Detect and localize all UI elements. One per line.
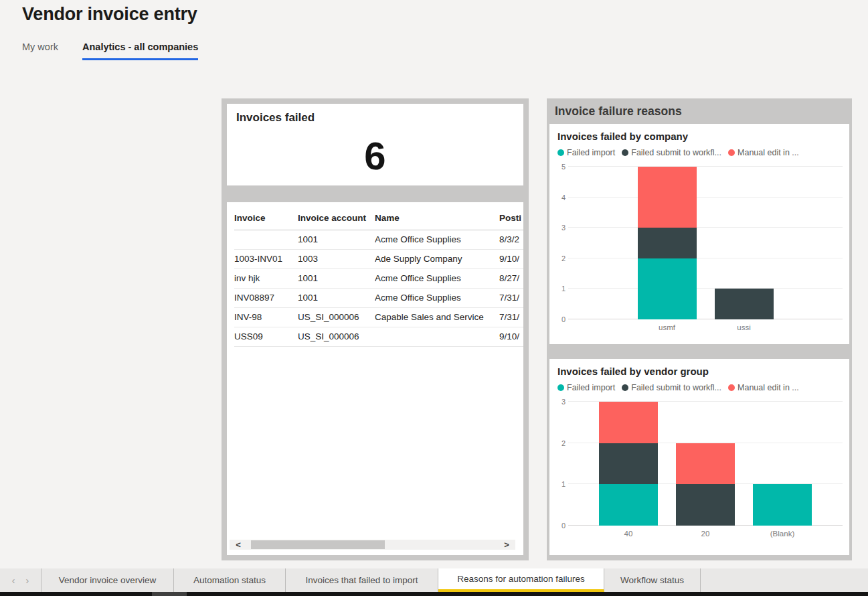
bottom-tab-label: Automation status [193, 575, 266, 585]
y-axis-tick-label: 0 [561, 315, 566, 323]
table-cell: 1003-INV01 [234, 249, 298, 268]
tab-analytics-all-companies[interactable]: Analytics - all companies [82, 42, 198, 60]
legend-label: Manual edit in ... [737, 148, 799, 157]
table-row[interactable]: 1003-INV011003Ade Supply Company9/10/ [234, 249, 523, 268]
legend-dot-icon [557, 149, 564, 156]
bar-segment[interactable] [676, 443, 735, 485]
y-axis: 012345 [553, 167, 568, 319]
chart-plot: usmfussi [568, 167, 843, 319]
kpi-card-title: Invoices failed [227, 104, 523, 125]
scrollbar-track[interactable] [247, 540, 498, 550]
legend-item[interactable]: Failed submit to workfl... [622, 148, 721, 157]
chevron-right-icon[interactable]: › [26, 576, 29, 585]
legend-item[interactable]: Failed import [557, 148, 615, 157]
y-axis-tick-label: 1 [561, 480, 566, 488]
stacked-bar: 20 [676, 402, 735, 526]
legend-label: Manual edit in ... [737, 383, 799, 392]
invoice-failure-reasons-panel: Invoice failure reasons Invoices failed … [547, 98, 852, 560]
stacked-bar: 40 [599, 402, 658, 526]
chart-card-by-vendor-group: Invoices failed by vendor group Failed i… [549, 359, 849, 555]
bottom-tab-vendor-invoice-overview[interactable]: Vendor invoice overview [41, 568, 174, 592]
table-cell: Acme Office Supplies [375, 288, 499, 307]
bar-segment[interactable] [638, 228, 697, 258]
x-axis-category-label: usmf [624, 323, 710, 331]
bottom-tab-label: Invoices that failed to import [305, 575, 418, 585]
table-cell: US_SI_000006 [298, 307, 375, 327]
bar-segment[interactable] [638, 167, 697, 228]
column-header-invoice-account[interactable]: Invoice account [298, 206, 375, 230]
stacked-bar: (Blank) [753, 402, 812, 526]
invoices-failed-kpi-card: Invoices failed 6 [227, 104, 523, 185]
chart-card-by-company: Invoices failed by company Failed import… [549, 124, 849, 344]
chart-body: 0123 4020(Blank) [549, 396, 849, 526]
table-row[interactable]: INV-98US_SI_000006Capable Sales and Serv… [234, 307, 523, 327]
stacked-bar: ussi [715, 167, 774, 319]
chart-legend: Failed importFailed submit to workfl...M… [549, 143, 849, 161]
y-axis: 0123 [553, 402, 568, 526]
table-row[interactable]: INV088971001Acme Office Supplies7/31/ [234, 288, 523, 307]
table-cell: 9/10/ [499, 249, 523, 268]
table-row[interactable]: 1001Acme Office Supplies8/3/2 [234, 230, 523, 249]
table-cell: inv hjk [234, 268, 298, 288]
bar-segment[interactable] [715, 289, 774, 319]
top-tab-strip: My work Analytics - all companies [22, 42, 198, 60]
scroll-right-icon[interactable]: > [498, 540, 515, 550]
x-axis-category-label: 40 [586, 530, 671, 538]
legend-dot-icon [622, 384, 628, 391]
tab-nav-arrows: ‹ › [0, 568, 41, 592]
panel-header: Invoice failure reasons [549, 98, 849, 124]
column-header-posting-date[interactable]: Posti [499, 206, 523, 230]
bar-segment[interactable] [599, 484, 658, 526]
legend-label: Failed submit to workfl... [631, 383, 721, 392]
scrollbar-thumb[interactable] [251, 540, 385, 549]
table-cell: Acme Office Supplies [375, 230, 499, 249]
y-axis-tick-label: 2 [561, 254, 566, 262]
table-cell: 9/10/ [499, 327, 523, 346]
bar-group: 4020(Blank) [568, 402, 843, 526]
table-cell [375, 327, 499, 346]
table-cell: 1003 [298, 249, 375, 268]
bar-segment[interactable] [753, 484, 812, 526]
table-row[interactable]: inv hjk1001Acme Office Supplies8/27/ [234, 268, 523, 288]
legend-dot-icon [622, 149, 628, 156]
bar-segment[interactable] [638, 258, 697, 319]
x-axis-category-label: (Blank) [740, 530, 825, 538]
table-row[interactable]: USS09US_SI_0000069/10/ [234, 327, 523, 346]
y-axis-tick-label: 2 [561, 439, 566, 447]
y-axis-tick-label: 5 [561, 163, 566, 171]
y-axis-tick-label: 4 [561, 194, 566, 202]
tab-my-work[interactable]: My work [22, 42, 58, 60]
legend-item[interactable]: Manual edit in ... [728, 148, 799, 157]
y-axis-tick-label: 0 [561, 522, 566, 530]
scroll-left-icon[interactable]: < [230, 540, 247, 550]
legend-item[interactable]: Failed import [557, 383, 615, 392]
table-cell: INV08897 [234, 288, 298, 307]
bottom-tab-automation-status[interactable]: Automation status [174, 568, 286, 592]
legend-dot-icon [728, 384, 735, 391]
y-axis-tick-label: 3 [561, 398, 566, 406]
chevron-left-icon[interactable]: ‹ [12, 576, 15, 585]
legend-label: Failed import [567, 383, 615, 392]
bar-segment[interactable] [599, 443, 658, 485]
bottom-tab-invoices-that-failed-to-import[interactable]: Invoices that failed to import [286, 568, 438, 592]
table-cell: 7/31/ [499, 288, 523, 307]
table-horizontal-scrollbar[interactable]: < > [230, 540, 515, 550]
bar-group: usmfussi [568, 167, 843, 319]
bottom-tab-reasons-for-automation-failures[interactable]: Reasons for automation failures [438, 568, 604, 592]
legend-item[interactable]: Failed submit to workfl... [622, 383, 721, 392]
legend-label: Failed submit to workfl... [631, 148, 721, 157]
legend-item[interactable]: Manual edit in ... [728, 383, 799, 392]
bar-segment[interactable] [676, 484, 735, 526]
table-cell [234, 230, 298, 249]
column-header-name[interactable]: Name [375, 206, 499, 230]
bar-segment[interactable] [599, 402, 658, 443]
legend-dot-icon [557, 384, 564, 391]
footer-spacer [0, 596, 868, 616]
column-header-invoice[interactable]: Invoice [234, 206, 298, 230]
table-cell: 8/27/ [499, 268, 523, 288]
chart-title: Invoices failed by company [549, 124, 849, 143]
table-cell: 1001 [298, 268, 375, 288]
bottom-tab-workflow-status[interactable]: Workflow status [604, 568, 701, 592]
table-cell: 1001 [298, 288, 375, 307]
chart-legend: Failed importFailed submit to workfl...M… [549, 378, 849, 396]
